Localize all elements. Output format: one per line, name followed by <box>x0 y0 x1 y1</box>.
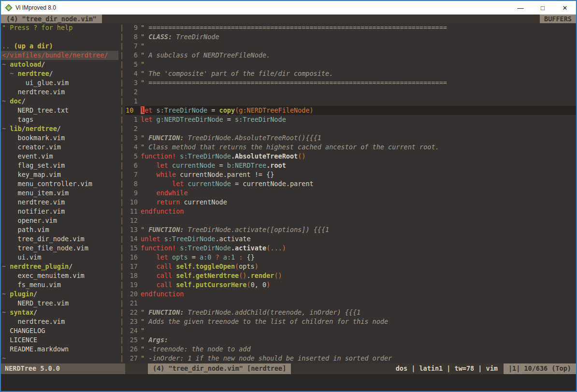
tree-item[interactable]: path.vim <box>2 225 118 234</box>
code-line[interactable]: 11endfunction <box>125 207 576 216</box>
tree-item[interactable]: ~ lib/nerdtree/ <box>2 124 118 133</box>
separator-glyph: | <box>118 161 125 170</box>
code-line[interactable]: 7" <box>125 42 576 51</box>
tree-item[interactable]: tree_dir_node.vim <box>2 234 118 244</box>
tree-item[interactable]: ui.vim <box>2 253 118 262</box>
code-line[interactable]: 26" -treenode: the node to add <box>125 345 576 354</box>
tree-item[interactable]: fs_menu.vim <box>2 280 118 290</box>
code-line[interactable]: 7 while currentNode.parent != {} <box>125 170 576 179</box>
code-line[interactable]: 20endfunction <box>125 290 576 299</box>
maximize-button[interactable]: □ <box>532 1 554 15</box>
code-line[interactable]: 8" CLASS: TreeDirNode <box>125 32 576 42</box>
code-line[interactable]: 1 <box>125 97 576 106</box>
tree-item[interactable]: opener.vim <box>2 216 118 225</box>
tab-tree-dir-node[interactable]: (4) "tree_dir_node.vim" <box>1 15 102 23</box>
tree-item[interactable]: ~ autoload/ <box>2 60 118 69</box>
code-line[interactable]: 6" A subclass of NERDTreeFileNode. <box>125 51 576 60</box>
line-number: 20 <box>125 290 138 299</box>
code-line[interactable]: 9 endwhile <box>125 189 576 198</box>
tree-item[interactable]: nerdtree.vim <box>2 317 118 326</box>
separator-glyph: | <box>118 143 125 152</box>
tree-item[interactable]: tags <box>2 115 118 124</box>
line-number: 27 <box>125 354 138 363</box>
code-line[interactable]: 1let g:NERDTreeDirNode = s:TreeDirNode <box>125 115 576 124</box>
tree-item[interactable]: creator.vim <box>2 143 118 152</box>
code-line[interactable]: 12 <box>125 216 576 225</box>
separator-glyph: | <box>118 225 125 234</box>
code-line[interactable]: 3" =====================================… <box>125 78 576 87</box>
tree-item[interactable] <box>2 32 118 42</box>
code-line[interactable]: 15function! s:TreeDirNode.activate(...) <box>125 244 576 253</box>
code-line[interactable]: 16 let opts = a:0 ? a:1 : {} <box>125 253 576 262</box>
tree-item[interactable]: CHANGELOG <box>2 326 118 335</box>
tree-item[interactable]: notifier.vim <box>2 207 118 216</box>
code-line[interactable]: 3" FUNCTION: TreeDirNode.AbsoluteTreeRoo… <box>125 133 576 143</box>
tree-item[interactable]: ui_glue.vim <box>2 78 118 87</box>
separator-glyph: | <box>118 207 125 216</box>
code-line[interactable]: 18 call self.getNerdtree().render() <box>125 271 576 280</box>
window-separator[interactable]: ||||||||||||||||||||||||||||||||||||| <box>118 23 125 363</box>
code-line[interactable]: 4" Class method that returns the highest… <box>125 143 576 152</box>
tree-item[interactable]: nerdtree.vim <box>2 87 118 97</box>
tree-item[interactable]: menu_item.vim <box>2 189 118 198</box>
code-line[interactable]: 13" FUNCTION: TreeDirNode.activate([opti… <box>125 225 576 234</box>
code-line[interactable]: 27" -inOrder: 1 if the new node should b… <box>125 354 576 363</box>
code-line-current[interactable]: 10let s:TreeDirNode = copy(g:NERDTreeFil… <box>125 106 576 115</box>
separator-glyph: | <box>118 97 125 106</box>
line-number: 17 <box>125 262 138 271</box>
separator-glyph: | <box>118 308 125 317</box>
tree-item[interactable]: " Press ? for help <box>2 23 118 32</box>
tree-root-item[interactable]: </vimfiles/bundle/nerdtree/ <box>1 51 118 60</box>
code-line[interactable]: 5" <box>125 60 576 69</box>
code-panel[interactable]: 9" =====================================… <box>125 23 576 363</box>
tree-item[interactable]: NERD_tree.txt <box>2 106 118 115</box>
code-line[interactable]: 25" Args: <box>125 335 576 345</box>
code-line[interactable]: 9" =====================================… <box>125 23 576 32</box>
tree-item[interactable]: ~ nerdtree/ <box>2 69 118 78</box>
tree-item[interactable]: .. (up a dir) <box>2 42 118 51</box>
code-line[interactable]: 19 call self.putCursorHere(0, 0) <box>125 280 576 290</box>
title-bar: V Vi IMproved 8.0 — □ ✕ <box>1 1 576 15</box>
tree-item[interactable]: tree_file_node.vim <box>2 244 118 253</box>
code-line[interactable]: 6 let currentNode = b:NERDTree.root <box>125 161 576 170</box>
line-number: 3 <box>125 78 138 87</box>
tree-item[interactable]: ~ doc/ <box>2 97 118 106</box>
tree-item[interactable]: menu_controller.vim <box>2 179 118 189</box>
tree-item[interactable]: nerdtree.vim <box>2 198 118 207</box>
separator-glyph: | <box>118 179 125 189</box>
code-line[interactable]: 4" The 'composite' part of the file/dir … <box>125 69 576 78</box>
code-line[interactable]: 24" <box>125 326 576 335</box>
tree-item[interactable]: ~ plugin/ <box>2 290 118 299</box>
tree-item[interactable]: bookmark.vim <box>2 133 118 143</box>
code-line[interactable]: 5function! s:TreeDirNode.AbsoluteTreeRoo… <box>125 152 576 161</box>
tree-item[interactable]: README.markdown <box>2 345 118 354</box>
code-line[interactable]: 17 call self.toggleOpen(opts) <box>125 262 576 271</box>
status-flags: dos | latin1 | tw=78 | vim <box>396 363 504 374</box>
tree-item[interactable]: NERD_tree.vim <box>2 299 118 308</box>
separator-glyph: | <box>118 335 125 345</box>
tree-item[interactable]: LICENCE <box>2 335 118 345</box>
tree-item[interactable]: ~ nerdtree_plugin/ <box>2 262 118 271</box>
line-number: 25 <box>125 335 138 345</box>
code-line[interactable]: 8 let currentNode = currentNode.parent <box>125 179 576 189</box>
close-button[interactable]: ✕ <box>554 1 576 15</box>
code-line[interactable]: 10 return currentNode <box>125 198 576 207</box>
tree-item[interactable]: flag_set.vim <box>2 161 118 170</box>
line-number: 2 <box>125 87 138 97</box>
code-line[interactable]: 21 <box>125 299 576 308</box>
tree-item[interactable]: event.vim <box>2 152 118 161</box>
code-line[interactable]: 22" FUNCTION: TreeDirNode.addChild(treen… <box>125 308 576 317</box>
tree-item[interactable]: exec_menuitem.vim <box>2 271 118 280</box>
code-line[interactable]: 23" Adds the given treenode to the list … <box>125 317 576 326</box>
line-number: 14 <box>125 234 138 244</box>
tree-item[interactable]: key_map.vim <box>2 170 118 179</box>
code-line[interactable]: 14unlet s:TreeDirNode.activate <box>125 234 576 244</box>
code-line[interactable]: 2 <box>125 124 576 133</box>
tree-item[interactable]: ~ syntax/ <box>2 308 118 317</box>
code-line[interactable]: 2 <box>125 87 576 97</box>
command-line-area[interactable] <box>1 374 576 391</box>
nerdtree-panel[interactable]: " Press ? for help.. (up a dir)</vimfile… <box>1 23 118 363</box>
separator-glyph: | <box>118 326 125 335</box>
separator-glyph: | <box>118 317 125 326</box>
minimize-button[interactable]: — <box>509 1 532 15</box>
